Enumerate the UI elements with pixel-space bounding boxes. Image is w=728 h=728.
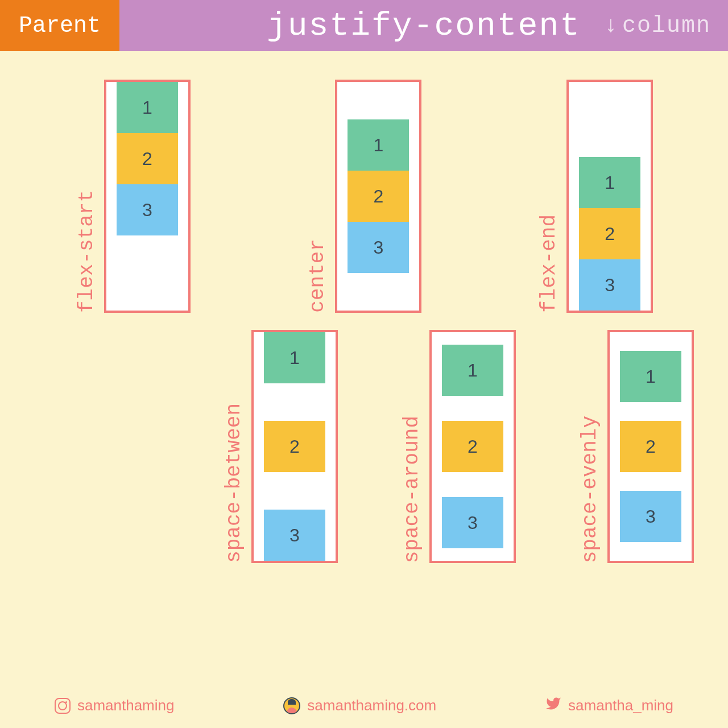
demo-label: space-evenly xyxy=(578,416,602,563)
twitter-handle: samantha_ming xyxy=(568,697,673,714)
flex-item-2: 2 xyxy=(442,421,503,472)
footer-website: samanthaming.com xyxy=(283,697,436,714)
demo-label: space-around xyxy=(400,416,424,563)
direction-label: column xyxy=(622,13,711,39)
flex-container: 1 2 3 xyxy=(429,330,516,563)
flex-container: 1 2 3 xyxy=(607,330,694,563)
demo-space-around: space-around 1 2 3 xyxy=(400,330,516,563)
instagram-icon xyxy=(55,698,71,714)
flex-item-2: 2 xyxy=(117,133,178,184)
demo-space-between: space-between 1 2 3 xyxy=(222,330,338,563)
demo-flex-end: flex-end 1 2 3 xyxy=(537,80,653,313)
footer-twitter: samantha_ming xyxy=(545,696,673,715)
flex-item-1: 1 xyxy=(442,345,503,396)
demo-grid: flex-start 1 2 3 center 1 2 3 flex-end 1… xyxy=(0,51,728,574)
demo-row-1: flex-start 1 2 3 center 1 2 3 flex-end 1… xyxy=(17,80,711,313)
flex-item-2: 2 xyxy=(264,421,325,472)
twitter-icon xyxy=(545,696,561,715)
flex-item-2: 2 xyxy=(620,421,681,472)
flex-item-3: 3 xyxy=(442,497,503,548)
flex-item-1: 1 xyxy=(620,351,681,402)
demo-label: flex-end xyxy=(537,214,561,313)
website-url: samanthaming.com xyxy=(307,697,436,714)
flex-item-1: 1 xyxy=(579,157,640,208)
demo-label: space-between xyxy=(222,403,246,563)
footer-instagram: samanthaming xyxy=(55,697,175,714)
flex-item-1: 1 xyxy=(348,119,409,171)
footer: samanthaming samanthaming.com samantha_m… xyxy=(0,696,728,715)
instagram-handle: samanthaming xyxy=(77,697,175,714)
flex-container: 1 2 3 xyxy=(104,80,191,313)
flex-item-3: 3 xyxy=(579,259,640,311)
avatar-icon xyxy=(283,697,300,714)
demo-space-evenly: space-evenly 1 2 3 xyxy=(578,330,694,563)
flex-item-3: 3 xyxy=(620,491,681,542)
flex-item-2: 2 xyxy=(348,171,409,222)
header-parent-chip: Parent xyxy=(0,0,119,51)
header-direction: ↓ column xyxy=(604,13,711,39)
header-title: justify-content ↓ column xyxy=(119,0,728,51)
demo-flex-start: flex-start 1 2 3 xyxy=(75,80,191,313)
arrow-down-icon: ↓ xyxy=(604,13,619,39)
flex-container: 1 2 3 xyxy=(566,80,653,313)
flex-item-1: 1 xyxy=(117,82,178,133)
demo-label: flex-start xyxy=(75,190,98,313)
header: Parent justify-content ↓ column xyxy=(0,0,728,51)
flex-item-2: 2 xyxy=(579,208,640,259)
flex-container: 1 2 3 xyxy=(251,330,338,563)
flex-container: 1 2 3 xyxy=(335,80,421,313)
title-text: justify-content xyxy=(267,7,581,44)
demo-label: center xyxy=(306,239,329,313)
flex-item-3: 3 xyxy=(348,222,409,273)
flex-item-3: 3 xyxy=(117,184,178,235)
flex-item-3: 3 xyxy=(264,510,325,561)
demo-center: center 1 2 3 xyxy=(306,80,421,313)
demo-row-2: space-between 1 2 3 space-around 1 2 3 s… xyxy=(17,330,711,563)
flex-item-1: 1 xyxy=(264,332,325,383)
